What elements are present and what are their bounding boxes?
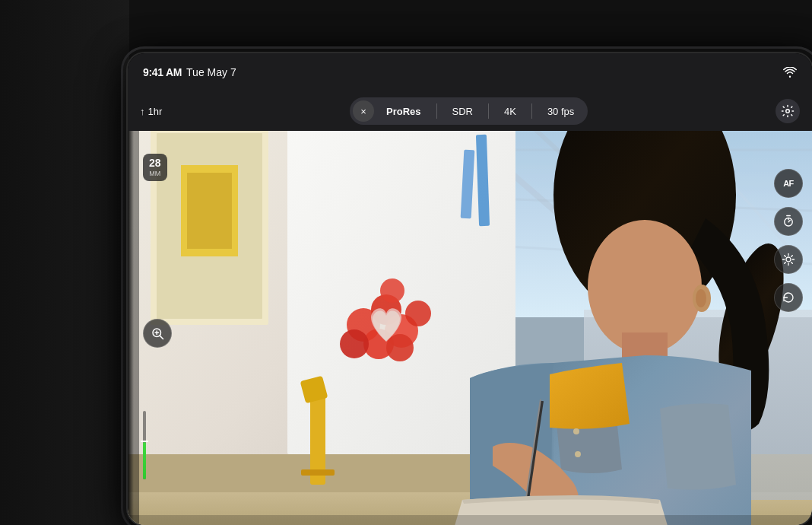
camera-format-pills: × ProRes SDR 4K 30 fps [350,97,588,125]
prores-label: ProRes [386,106,421,117]
viewfinder: 28 MM [128,131,812,525]
pill-prores[interactable]: ProRes [376,102,432,121]
status-right [783,67,797,78]
wifi-icon [783,67,797,78]
gear-icon [781,104,795,118]
zoom-icon [151,326,164,340]
af-label: AF [783,179,794,188]
timer-icon [782,215,795,228]
close-format-button[interactable]: × [353,100,374,122]
brightness-button[interactable] [774,245,803,274]
svg-point-27 [340,329,369,358]
timer-button[interactable] [774,207,803,236]
pill-divider-2 [488,103,489,119]
pill-divider-3 [531,103,532,119]
focal-length-badge: 28 MM [143,154,167,181]
camera-right-controls: AF [774,169,803,312]
camera-duration-label: 1hr [148,106,163,117]
svg-point-29 [405,301,431,326]
ipad-frame: 9:41 AM Tue May 7 ↑ [128,53,812,525]
viewfinder-image [128,131,812,525]
svg-point-54 [786,257,791,262]
svg-line-61 [785,262,786,264]
svg-rect-45 [128,515,812,525]
svg-point-0 [786,110,790,113]
pill-fps[interactable]: 30 fps [537,102,585,121]
brightness-icon [782,253,795,266]
svg-point-40 [575,451,581,457]
pill-4k[interactable]: 4K [493,102,527,121]
reset-icon [782,291,795,304]
focal-unit: MM [149,170,161,178]
svg-rect-17 [187,173,232,249]
svg-line-62 [791,256,793,257]
left-edge-overlay [128,131,134,525]
svg-point-39 [573,428,579,434]
fps-label: 30 fps [547,106,574,117]
settings-button[interactable] [776,99,800,123]
status-time: 9:41 AM [143,66,182,78]
svg-line-60 [791,262,793,264]
close-icon: × [360,106,366,117]
scene: 9:41 AM Tue May 7 ↑ [0,0,812,525]
svg-rect-31 [301,469,335,476]
svg-line-47 [160,336,163,339]
pill-sdr[interactable]: SDR [442,102,484,121]
af-button[interactable]: AF [774,169,803,198]
status-date: Tue May 7 [186,66,236,78]
exposure-indicator [143,411,146,479]
background-left [0,0,129,525]
svg-line-52 [788,221,790,222]
status-bar: 9:41 AM Tue May 7 [128,53,812,91]
status-left: 9:41 AM Tue May 7 [143,66,236,78]
camera-mode-icon: ↑ [140,106,145,117]
ipad-screen: 9:41 AM Tue May 7 ↑ [128,53,812,525]
camera-top-bar: ↑ 1hr × ProRes SDR [128,91,812,131]
svg-point-38 [696,289,706,307]
focal-number: 28 [149,157,161,170]
svg-point-26 [386,334,414,361]
camera-mode-badge: ↑ 1hr [140,106,162,117]
4k-label: 4K [504,106,516,117]
reset-button[interactable] [774,283,803,312]
svg-point-28 [380,278,404,303]
pill-divider-1 [436,103,437,119]
zoom-button[interactable] [143,319,172,348]
sdr-label: SDR [452,106,473,117]
svg-line-59 [785,256,786,257]
